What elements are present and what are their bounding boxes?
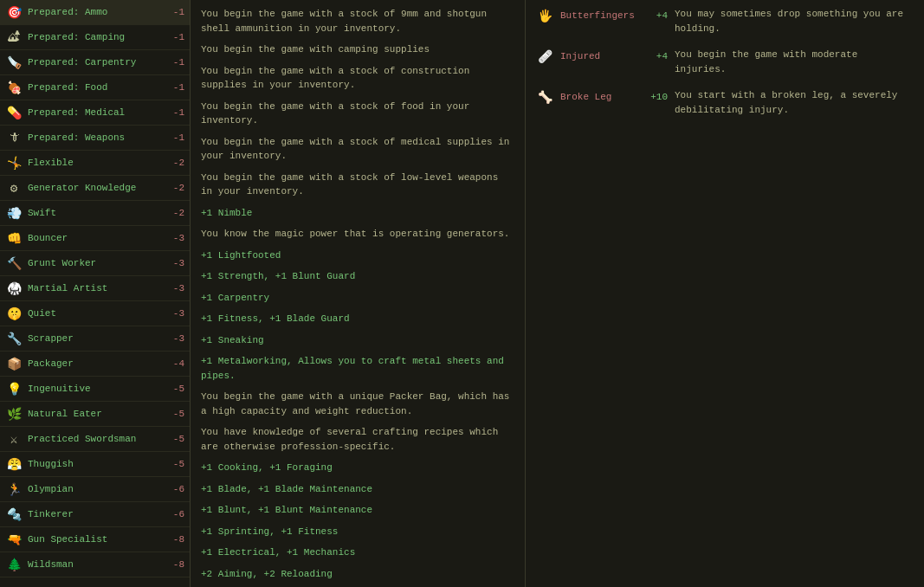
skill-icon: 🏃 [5, 481, 23, 498]
skill-icon: 😤 [5, 455, 23, 473]
negative-item-broke-leg[interactable]: 🦴Broke Leg+10You start with a broken leg… [536, 88, 914, 117]
skill-cost: -5 [173, 459, 184, 469]
description-entry-11: +1 Fitness, +1 Blade Guard [201, 312, 514, 326]
skill-name: Olympian [28, 484, 170, 494]
skill-icon: 🎯 [5, 3, 23, 21]
skill-icon: 🔫 [5, 531, 23, 548]
negative-description: You may sometimes drop something you are… [675, 7, 914, 35]
skill-cost: -6 [173, 484, 184, 494]
description-entry-1: You begin the game with camping supplies [201, 42, 514, 57]
skill-cost: -4 [173, 358, 184, 369]
skill-icon: 🔨 [5, 255, 23, 272]
description-panel: You begin the game with a stock of 9mm a… [191, 0, 526, 587]
skill-name: Swift [28, 208, 170, 218]
description-entry-9: +1 Strength, +1 Blunt Guard [201, 269, 514, 284]
skill-icon: 💡 [5, 380, 23, 397]
skill-item-prepared--ammo[interactable]: 🎯Prepared: Ammo-1 [0, 0, 190, 25]
skill-icon: 🍖 [5, 79, 23, 96]
description-entry-20: +1 Electrical, +1 Mechanics [201, 545, 514, 560]
skill-cost: -6 [173, 509, 184, 519]
skill-icon: 🗡 [5, 129, 23, 146]
skill-cost: -3 [173, 333, 184, 344]
skill-cost: -3 [173, 233, 184, 243]
skill-icon: 🔩 [5, 506, 23, 523]
skill-item-prepared--carpentry[interactable]: 🪚Prepared: Carpentry-1 [0, 50, 190, 75]
skill-item-olympian[interactable]: 🏃Olympian-6 [0, 477, 190, 502]
negative-name: Injured [560, 51, 649, 61]
skill-item-quiet[interactable]: 🤫Quiet-3 [0, 301, 190, 326]
description-entry-14: You begin the game with a unique Packer … [201, 390, 514, 418]
description-entry-18: +1 Blunt, +1 Blunt Maintenance [201, 503, 514, 518]
skill-icon: 🌿 [5, 405, 23, 423]
skill-item-martial-artist[interactable]: 🥋Martial Artist-3 [0, 276, 190, 301]
description-entry-3: You begin the game with a stock of food … [201, 100, 514, 128]
description-entry-8: +1 Lightfooted [201, 248, 514, 263]
negative-cost: +4 [656, 10, 668, 21]
skill-cost: -2 [173, 183, 184, 193]
skill-item-ingenuitive[interactable]: 💡Ingenuitive-5 [0, 377, 190, 402]
skill-name: Ingenuitive [28, 384, 170, 394]
skill-name: Prepared: Carpentry [28, 57, 170, 68]
negative-item-butterfingers[interactable]: 🖐Butterfingers+4You may sometimes drop s… [536, 7, 914, 35]
skill-icon: 🌲 [5, 556, 23, 573]
skill-item-practiced-swordsman[interactable]: ⚔Practiced Swordsman-5 [0, 427, 190, 452]
skill-item-generator-knowledge[interactable]: ⚙Generator Knowledge-2 [0, 176, 190, 201]
skill-name: Thuggish [28, 459, 170, 469]
skill-cost: -3 [173, 258, 184, 268]
right-panel: You begin the game with a stock of 9mm a… [191, 0, 924, 587]
skill-item-grunt-worker[interactable]: 🔨Grunt Worker-3 [0, 251, 190, 276]
description-entry-19: +1 Sprinting, +1 Fitness [201, 525, 514, 539]
skill-item-tinkerer[interactable]: 🔩Tinkerer-6 [0, 502, 190, 527]
skill-name: Scrapper [28, 333, 170, 344]
description-entry-10: +1 Carpentry [201, 291, 514, 306]
skill-cost: -1 [173, 132, 184, 143]
skill-item-gun-specialist[interactable]: 🔫Gun Specialist-8 [0, 527, 190, 552]
skill-name: Practiced Swordsman [28, 434, 170, 444]
skill-item-prepared--weapons[interactable]: 🗡Prepared: Weapons-1 [0, 126, 190, 151]
skill-cost: -1 [173, 57, 184, 68]
skill-name: Prepared: Ammo [28, 7, 170, 17]
skill-item-prepared--medical[interactable]: 💊Prepared: Medical-1 [0, 100, 190, 126]
skill-item-natural-eater[interactable]: 🌿Natural Eater-5 [0, 402, 190, 427]
skill-item-thuggish[interactable]: 😤Thuggish-5 [0, 452, 190, 477]
description-entry-2: You begin the game with a stock of const… [201, 64, 514, 93]
skill-name: Flexible [28, 158, 170, 168]
skill-icon: 🤸 [5, 154, 23, 171]
skill-name: Martial Artist [28, 283, 170, 294]
skill-item-flexible[interactable]: 🤸Flexible-2 [0, 151, 190, 176]
description-entry-21: +2 Aiming, +2 Reloading [201, 567, 514, 582]
description-entry-7: You know the magic power that is operati… [201, 227, 514, 242]
skill-name: Prepared: Camping [28, 32, 170, 42]
negative-icon: 🖐 [536, 7, 553, 24]
skill-item-packager[interactable]: 📦Packager-4 [0, 352, 190, 377]
negative-panel: 🖐Butterfingers+4You may sometimes drop s… [526, 0, 924, 587]
skill-icon: 👊 [5, 229, 23, 247]
skill-icon: 🥋 [5, 280, 23, 297]
skill-item-prepared--camping[interactable]: 🏕Prepared: Camping-1 [0, 25, 190, 50]
skill-item-wildsman[interactable]: 🌲Wildsman-8 [0, 552, 190, 577]
skill-name: Tinkerer [28, 509, 170, 519]
negative-description: You start with a broken leg, a severely … [675, 88, 914, 117]
skill-icon: 💨 [5, 204, 23, 222]
description-entry-17: +1 Blade, +1 Blade Maintenance [201, 482, 514, 497]
skill-item-swift[interactable]: 💨Swift-2 [0, 201, 190, 226]
description-entry-0: You begin the game with a stock of 9mm a… [201, 7, 514, 35]
description-entry-15: You have knowledge of several crafting r… [201, 425, 514, 454]
skill-cost: -2 [173, 208, 184, 218]
skill-name: Gun Specialist [28, 534, 170, 545]
skill-icon: ⚔ [5, 430, 23, 448]
skill-icon: 🔧 [5, 330, 23, 347]
negative-item-injured[interactable]: 🩹Injured+4You begin the game with modera… [536, 48, 914, 76]
negative-icon: 🦴 [536, 88, 553, 106]
skill-item-scrapper[interactable]: 🔧Scrapper-3 [0, 326, 190, 352]
skill-item-prepared--food[interactable]: 🍖Prepared: Food-1 [0, 75, 190, 100]
skill-name: Prepared: Medical [28, 107, 170, 118]
negative-name: Butterfingers [560, 10, 649, 21]
skill-icon: 🤫 [5, 305, 23, 322]
skill-cost: -3 [173, 283, 184, 294]
description-entry-4: You begin the game with a stock of medic… [201, 135, 514, 164]
skill-name: Grunt Worker [28, 258, 170, 268]
skill-cost: -1 [173, 32, 184, 42]
description-entry-13: +1 Metalworking, Allows you to craft met… [201, 354, 514, 383]
skill-item-bouncer[interactable]: 👊Bouncer-3 [0, 226, 190, 251]
